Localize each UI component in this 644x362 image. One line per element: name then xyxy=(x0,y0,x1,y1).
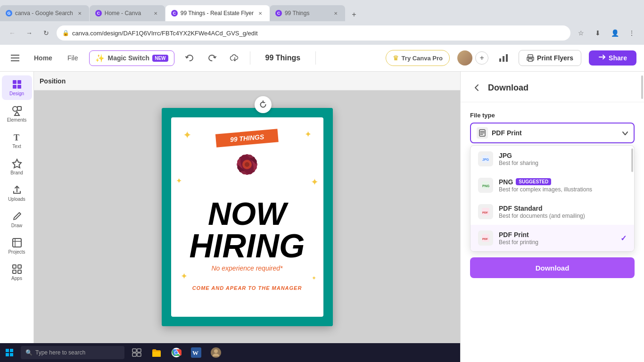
extensions-button[interactable]: ⋮ xyxy=(625,26,638,40)
share-button[interactable]: Share xyxy=(589,50,636,66)
user-avatar[interactable] xyxy=(457,50,472,66)
tab-title: 99 Things - Real Estate Flyer xyxy=(181,10,254,16)
toolbar-divider-2 xyxy=(315,51,316,65)
home-button[interactable]: Home xyxy=(30,51,56,65)
bookmark-button[interactable]: ☆ xyxy=(574,26,587,40)
tab-close-btn[interactable]: ✕ xyxy=(76,9,83,17)
forward-button[interactable]: → xyxy=(23,26,36,40)
tab-99things[interactable]: C 99 Things ✕ xyxy=(270,5,345,21)
svg-text:PDF: PDF xyxy=(482,211,488,214)
new-tab-button[interactable]: + xyxy=(347,8,361,21)
svg-rect-65 xyxy=(132,353,136,356)
analytics-button[interactable] xyxy=(496,50,511,66)
profile-button[interactable]: 👤 xyxy=(608,26,621,40)
cloud-save-button[interactable] xyxy=(227,50,242,66)
tab-bar: G canva - Google Search ✕ C Home - Canva… xyxy=(0,0,644,21)
sidebar-item-elements[interactable]: Elements xyxy=(2,102,32,126)
toolbar-divider xyxy=(250,51,250,65)
sidebar-item-uploads[interactable]: Uploads xyxy=(2,181,32,206)
svg-rect-64 xyxy=(137,349,141,352)
selected-check-icon: ✓ xyxy=(620,234,627,243)
uploads-label: Uploads xyxy=(8,197,25,202)
taskbar-search-box[interactable]: 🔍 Type here to search xyxy=(21,346,124,359)
jpg-icon: JPG xyxy=(478,151,493,166)
svg-rect-60 xyxy=(10,349,13,352)
pdf-standard-icon: PDF xyxy=(478,204,493,219)
tab-google-search[interactable]: G canva - Google Search ✕ xyxy=(0,5,89,21)
taskbar-chrome[interactable] xyxy=(167,343,186,362)
print-flyers-button[interactable]: Print Flyers xyxy=(519,50,581,66)
download-action-button[interactable]: Download xyxy=(470,257,635,278)
new-badge: NEW xyxy=(152,55,168,62)
jpg-desc: Best for sharing xyxy=(499,160,627,166)
svg-rect-23 xyxy=(13,265,16,268)
brand-label: Brand xyxy=(10,170,23,175)
file-type-select[interactable]: PDF Print xyxy=(470,123,635,143)
panel-back-button[interactable] xyxy=(470,81,483,94)
back-button[interactable]: ← xyxy=(6,26,19,40)
add-collaborator-button[interactable]: + xyxy=(475,51,488,65)
tab-close-btn[interactable]: ✕ xyxy=(256,9,264,17)
flyer-hiring-text: HIRING xyxy=(162,230,333,263)
svg-rect-16 xyxy=(17,107,21,110)
sidebar-item-draw[interactable]: Draw xyxy=(2,207,32,232)
svg-rect-5 xyxy=(503,56,504,62)
sidebar-item-brand[interactable]: Brand xyxy=(2,155,32,179)
draw-icon xyxy=(12,211,22,222)
svg-rect-0 xyxy=(11,55,19,56)
sidebar-item-design[interactable]: Design xyxy=(2,75,32,100)
taskbar-photo[interactable] xyxy=(206,343,225,362)
try-canva-pro-button[interactable]: ♛ Try Canva Pro xyxy=(386,50,450,66)
dropdown-item-png[interactable]: PNG PNG SUGGESTED Best for complex image… xyxy=(471,172,634,198)
tab-close-btn[interactable]: ✕ xyxy=(152,9,159,17)
file-button[interactable]: File xyxy=(64,51,82,65)
sidebar-item-text[interactable]: T Text xyxy=(2,128,32,153)
undo-button[interactable] xyxy=(182,50,197,66)
pdf-standard-desc: Best for documents (and emailing) xyxy=(499,213,627,219)
design-canvas[interactable]: ✦ ✦ ✦ ✦ ✦ ✦ 99 THINGS xyxy=(162,108,333,326)
svg-rect-26 xyxy=(18,270,21,273)
canvas-refresh-button[interactable] xyxy=(255,96,272,113)
download-indicator[interactable]: ⬇ xyxy=(591,26,604,40)
magic-switch-button[interactable]: ✨ Magic Switch NEW xyxy=(89,50,174,66)
hamburger-menu-button[interactable] xyxy=(8,50,23,66)
refresh-button[interactable]: ↻ xyxy=(40,26,53,40)
svg-rect-1 xyxy=(11,58,19,58)
suggested-badge: SUGGESTED xyxy=(516,178,551,185)
panel-scrollbar[interactable] xyxy=(640,72,644,362)
svg-rect-9 xyxy=(528,59,532,61)
start-button[interactable] xyxy=(0,343,19,362)
dropdown-scroll: JPG JPG Best for sharing PNG xyxy=(471,146,634,251)
design-label: Design xyxy=(9,91,24,96)
canvas-area: Position ✦ ✦ ✦ ✦ ✦ ✦ xyxy=(34,72,460,362)
svg-rect-25 xyxy=(13,270,16,273)
dropdown-item-pdf-print[interactable]: PDF PDF Print Best for printing ✓ xyxy=(471,225,634,251)
dropdown-scrollbar-thumb xyxy=(631,148,633,172)
svg-rect-11 xyxy=(13,80,17,84)
tab-99things-flyer[interactable]: C 99 Things - Real Estate Flyer ✕ xyxy=(165,5,270,21)
svg-rect-13 xyxy=(13,85,17,89)
svg-point-15 xyxy=(13,107,17,111)
dropdown-item-pdf-standard[interactable]: PDF PDF Standard Best for documents (and… xyxy=(471,198,634,225)
download-panel: Download File type PDF Print xyxy=(460,72,644,362)
pdf-print-desc: Best for printing xyxy=(499,239,615,246)
dropdown-arrow-icon xyxy=(622,129,628,137)
taskbar-file-explorer[interactable] xyxy=(147,343,166,362)
sidebar-item-projects[interactable]: Projects xyxy=(2,234,32,258)
address-input[interactable]: 🔒 canva.com/design/DAF1Q6VIrrc/FBTc4YX2K… xyxy=(57,25,570,41)
taskbar-taskview[interactable] xyxy=(127,343,146,362)
document-title: 99 Things xyxy=(258,54,308,62)
svg-marker-17 xyxy=(15,112,19,115)
dropdown-item-jpg[interactable]: JPG JPG Best for sharing xyxy=(471,146,634,172)
svg-point-70 xyxy=(175,351,178,354)
tab-close-btn[interactable]: ✕ xyxy=(332,9,339,17)
address-bar: ← → ↻ 🔒 canva.com/design/DAF1Q6VIrrc/FBT… xyxy=(0,21,644,45)
redo-button[interactable] xyxy=(205,50,220,66)
tab-title: Home - Canva xyxy=(105,10,149,16)
sidebar-item-apps[interactable]: Apps xyxy=(2,260,32,285)
taskbar-word[interactable]: W xyxy=(187,343,206,362)
panel-title: Download xyxy=(488,83,528,93)
tab-home-canva[interactable]: C Home - Canva ✕ xyxy=(90,5,165,21)
apps-icon xyxy=(12,264,22,274)
flyer-flower xyxy=(228,146,266,183)
